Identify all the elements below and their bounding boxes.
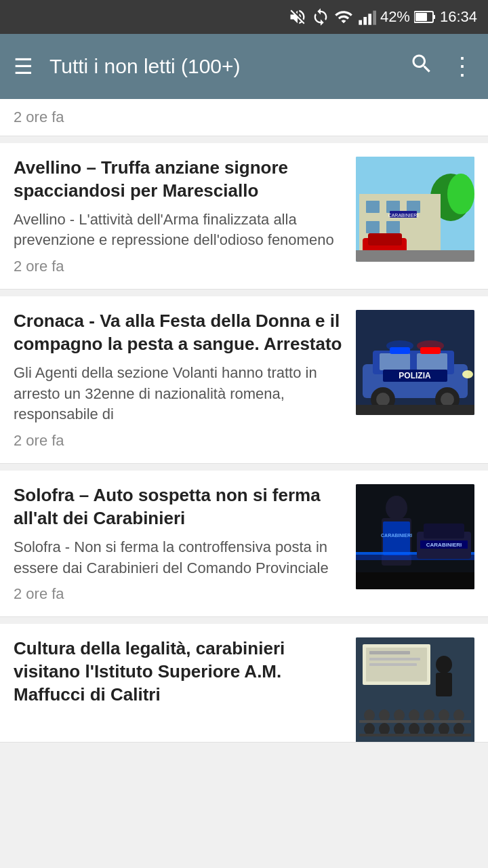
toolbar: ☰ Tutti i non letti (100+) ⋮ — [0, 34, 488, 99]
sync-icon — [311, 7, 330, 26]
svg-rect-17 — [368, 233, 402, 245]
news-text-2: Cronaca - Va alla Festa della Donna e il… — [14, 310, 345, 450]
toolbar-title: Tutti i non letti (100+) — [49, 55, 393, 78]
news-image-3: CARABINIERI CARABINIERI — [356, 484, 474, 589]
wifi-icon — [334, 7, 353, 26]
partial-time: 2 ore fa — [14, 108, 64, 125]
news-image-svg-2: POLIZIA — [356, 310, 474, 415]
news-excerpt-2: Gli Agenti della sezione Volanti hanno t… — [14, 363, 345, 425]
news-excerpt-1: Avellino - L'attività dell'Arma finalizz… — [14, 210, 345, 252]
svg-rect-77 — [359, 734, 471, 736]
news-item-3[interactable]: Solofra – Auto sospetta non si ferma all… — [0, 471, 488, 617]
svg-text:CARABINIERI: CARABINIERI — [388, 213, 419, 218]
svg-point-68 — [453, 709, 464, 722]
svg-point-9 — [447, 174, 474, 214]
svg-text:CARABINIERI: CARABINIERI — [426, 542, 462, 548]
search-button[interactable] — [409, 52, 434, 81]
news-item-4[interactable]: Cultura della legalità, carabinieri visi… — [0, 624, 488, 743]
menu-button[interactable]: ☰ — [14, 54, 33, 79]
svg-point-37 — [376, 393, 390, 406]
partial-item: 2 ore fa — [0, 99, 488, 136]
status-time: 16:34 — [440, 8, 477, 26]
battery-percentage: 42% — [380, 8, 410, 26]
svg-rect-53 — [356, 572, 474, 589]
svg-point-64 — [394, 709, 405, 722]
news-image-1: CARABINIERI — [356, 157, 474, 262]
svg-rect-40 — [356, 405, 474, 415]
news-image-2: POLIZIA — [356, 310, 474, 415]
mute-icon — [288, 7, 307, 26]
signal-icon — [357, 7, 376, 26]
svg-rect-24 — [356, 250, 474, 262]
svg-rect-59 — [369, 663, 417, 666]
svg-point-60 — [436, 656, 452, 673]
more-options-button[interactable]: ⋮ — [450, 52, 474, 81]
svg-text:CARABINIERI: CARABINIERI — [381, 533, 412, 538]
svg-rect-5 — [415, 13, 427, 21]
status-bar: 42% 16:34 — [0, 0, 488, 34]
svg-rect-3 — [373, 11, 376, 25]
svg-rect-15 — [386, 221, 400, 233]
svg-point-69 — [364, 723, 375, 735]
svg-rect-58 — [369, 658, 420, 660]
svg-point-75 — [453, 723, 464, 735]
news-text-4: Cultura della legalità, carabinieri visi… — [14, 637, 345, 728]
news-time-1: 2 ore fa — [14, 258, 345, 275]
news-title-2: Cronaca - Va alla Festa della Donna e il… — [14, 310, 345, 356]
svg-rect-2 — [368, 14, 371, 24]
svg-rect-14 — [366, 221, 380, 233]
svg-text:POLIZIA: POLIZIA — [399, 371, 431, 380]
svg-point-62 — [364, 709, 375, 722]
svg-point-63 — [379, 709, 390, 722]
svg-point-43 — [386, 496, 407, 520]
svg-point-35 — [417, 340, 444, 351]
svg-rect-11 — [366, 201, 380, 213]
status-icons: 42% 16:34 — [288, 7, 477, 26]
news-excerpt-3: Solofra - Non si ferma la controffensiva… — [14, 537, 345, 579]
news-item-1[interactable]: Avellino – Truffa anziane signore spacci… — [0, 143, 488, 290]
news-time-3: 2 ore fa — [14, 585, 345, 603]
news-text-3: Solofra – Auto sospetta non si ferma all… — [14, 484, 345, 603]
news-time-2: 2 ore fa — [14, 432, 345, 450]
svg-point-73 — [424, 723, 434, 735]
news-image-4 — [356, 637, 474, 743]
svg-point-72 — [409, 723, 420, 735]
news-image-svg-3: CARABINIERI CARABINIERI — [356, 484, 474, 589]
svg-point-39 — [441, 393, 454, 406]
svg-point-67 — [439, 709, 449, 722]
svg-rect-57 — [369, 651, 410, 654]
news-title-3: Solofra – Auto sospetta non si ferma all… — [14, 484, 345, 530]
svg-rect-28 — [380, 353, 410, 370]
svg-point-66 — [424, 709, 434, 722]
svg-rect-50 — [424, 524, 464, 538]
svg-rect-45 — [383, 521, 410, 555]
svg-rect-1 — [363, 17, 367, 25]
svg-point-34 — [386, 340, 413, 351]
svg-rect-76 — [359, 720, 471, 723]
battery-icon — [414, 10, 436, 24]
svg-point-74 — [439, 723, 449, 735]
news-feed: 2 ore fa Avellino – Truffa anziane signo… — [0, 99, 488, 743]
news-image-svg-1: CARABINIERI — [356, 157, 474, 262]
news-text-1: Avellino – Truffa anziane signore spacci… — [14, 157, 345, 275]
svg-rect-61 — [436, 673, 452, 696]
svg-rect-29 — [417, 353, 447, 370]
svg-point-71 — [394, 723, 405, 735]
news-title-1: Avellino – Truffa anziane signore spacci… — [14, 157, 345, 203]
svg-point-65 — [409, 709, 420, 722]
svg-rect-6 — [433, 15, 435, 19]
news-title-4: Cultura della legalità, carabinieri visi… — [14, 637, 345, 706]
svg-rect-0 — [359, 20, 362, 25]
news-image-svg-4 — [356, 637, 474, 743]
news-item-2[interactable]: Cronaca - Va alla Festa della Donna e il… — [0, 296, 488, 464]
svg-point-70 — [379, 723, 390, 735]
svg-point-41 — [462, 370, 473, 378]
